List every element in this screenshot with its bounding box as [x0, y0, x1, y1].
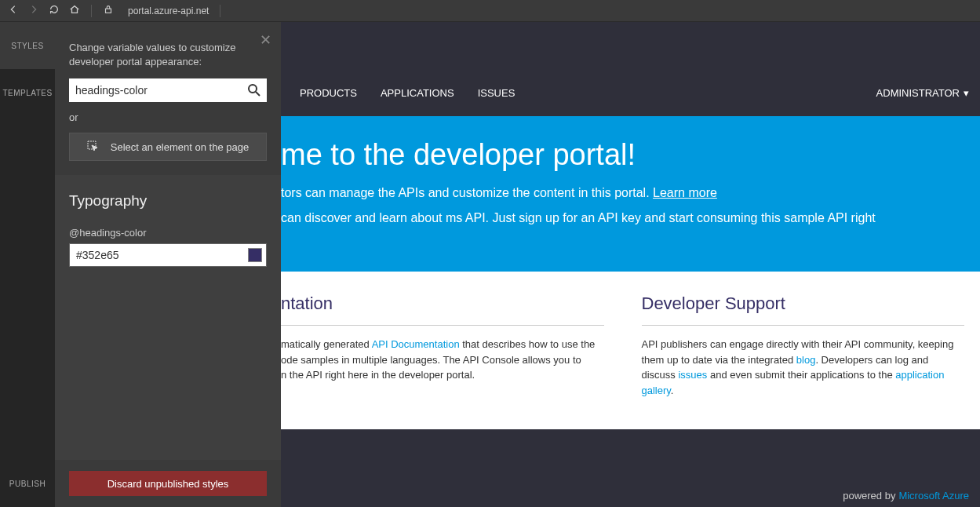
nav-applications[interactable]: APPLICATIONS — [381, 87, 454, 99]
nav-admin-menu[interactable]: ADMINISTRATOR ▾ — [876, 87, 969, 99]
lock-icon — [103, 4, 114, 18]
card-support-title: Developer Support — [642, 294, 965, 326]
variable-search-input[interactable] — [69, 78, 267, 102]
blog-link[interactable]: blog — [796, 354, 816, 366]
home-icon[interactable] — [69, 4, 80, 18]
discard-button[interactable]: Discard unpublished styles — [69, 471, 267, 496]
or-label: or — [69, 111, 267, 123]
close-icon[interactable]: ✕ — [260, 31, 271, 49]
browser-toolbar: portal.azure-api.net — [0, 0, 980, 22]
cards-row: ntation matically generated API Document… — [281, 272, 980, 429]
chevron-down-icon: ▾ — [964, 87, 969, 99]
left-rail: STYLES TEMPLATES PUBLISH — [0, 22, 55, 507]
issues-link[interactable]: issues — [678, 369, 707, 381]
api-documentation-link[interactable]: API Documentation — [372, 338, 460, 350]
variable-name: @headings-color — [69, 227, 267, 239]
separator — [220, 5, 220, 17]
footer-text: powered by — [843, 490, 895, 502]
nav-issues[interactable]: ISSUES — [478, 87, 516, 99]
portal-preview: PRODUCTS APPLICATIONS ISSUES ADMINISTRAT… — [281, 22, 980, 507]
learn-more-link[interactable]: Learn more — [653, 186, 717, 199]
tab-styles[interactable]: STYLES — [0, 22, 55, 69]
admin-label: ADMINISTRATOR — [876, 87, 960, 99]
select-element-button[interactable]: Select an element on the page — [69, 133, 267, 161]
pointer-icon — [87, 140, 100, 153]
panel-intro: Change variable values to customize deve… — [69, 41, 267, 69]
back-icon[interactable] — [8, 4, 19, 18]
separator — [91, 5, 92, 17]
tab-publish[interactable]: PUBLISH — [0, 460, 55, 507]
hero-line2: can discover and learn about ms API. Jus… — [281, 208, 980, 228]
nav-products[interactable]: PRODUCTS — [300, 87, 357, 99]
color-swatch[interactable] — [248, 248, 262, 262]
footer-azure-link[interactable]: Microsoft Azure — [898, 490, 969, 502]
search-icon[interactable] — [246, 82, 262, 101]
styles-panel: ✕ Change variable values to customize de… — [55, 22, 281, 507]
color-value-input[interactable] — [69, 243, 267, 267]
card-documentation-title: ntation — [281, 294, 604, 326]
hero: me to the developer portal! tors can man… — [281, 116, 980, 272]
footer: powered by Microsoft Azure — [281, 483, 980, 507]
refresh-icon[interactable] — [49, 4, 60, 18]
hero-line1: tors can manage the APIs and customize t… — [281, 183, 980, 203]
svg-rect-0 — [106, 9, 111, 13]
card-support-body: API publishers can engage directly with … — [642, 337, 965, 398]
tab-templates[interactable]: TEMPLATES — [0, 69, 55, 116]
hero-title: me to the developer portal! — [281, 138, 980, 172]
card-documentation-body: matically generated API Documentation th… — [281, 337, 604, 383]
address-bar[interactable]: portal.azure-api.net — [128, 5, 209, 16]
forward-icon[interactable] — [28, 4, 39, 18]
top-nav: PRODUCTS APPLICATIONS ISSUES ADMINISTRAT… — [281, 69, 980, 116]
svg-point-1 — [249, 85, 257, 93]
select-element-label: Select an element on the page — [111, 141, 249, 153]
section-title: Typography — [69, 192, 267, 210]
